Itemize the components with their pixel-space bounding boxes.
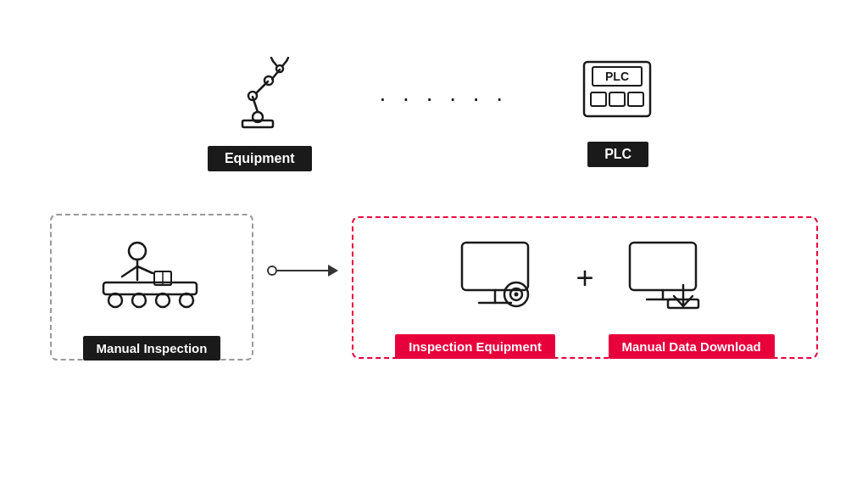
- arrow-line: [277, 270, 328, 271]
- manual-inspection-icon: [97, 236, 207, 321]
- svg-point-24: [132, 294, 146, 307]
- svg-rect-16: [609, 92, 625, 106]
- svg-point-34: [515, 292, 519, 296]
- svg-text:PLC: PLC: [605, 70, 629, 83]
- svg-rect-22: [103, 282, 197, 294]
- inspection-equipment-icon-block: [455, 238, 548, 319]
- svg-line-20: [122, 266, 137, 277]
- svg-point-25: [156, 294, 170, 307]
- manual-data-download-label: Manual Data Download: [609, 334, 775, 359]
- arrow-circle: [267, 266, 277, 276]
- manual-inspection-label: Manual Inspection: [83, 336, 221, 361]
- manual-data-download-icon: [621, 238, 715, 319]
- inspection-equipment-label: Inspection Equipment: [395, 334, 555, 359]
- arrow-connector: [267, 265, 338, 277]
- right-box-inner: +: [455, 238, 714, 319]
- dots-separator: · · · · · ·: [380, 85, 509, 112]
- plc-label: PLC: [587, 142, 648, 167]
- svg-point-23: [108, 294, 122, 307]
- bottom-row: Manual Inspection: [0, 214, 868, 361]
- right-box-labels: Inspection Equipment Manual Data Downloa…: [377, 334, 793, 359]
- inspection-equipment-icon: [455, 238, 548, 319]
- manual-inspection-box: Manual Inspection: [50, 214, 253, 361]
- plc-icon: PLC: [576, 55, 660, 131]
- svg-line-11: [287, 58, 288, 61]
- plc-block: PLC PLC: [576, 55, 660, 167]
- arrow-head: [328, 265, 338, 277]
- diagram: Equipment · · · · · · PLC PLC: [0, 0, 868, 492]
- plus-sign: +: [576, 260, 593, 296]
- svg-line-21: [137, 266, 153, 273]
- svg-rect-35: [630, 243, 696, 290]
- equipment-label: Equipment: [208, 146, 312, 171]
- right-dashed-box: +: [352, 216, 818, 359]
- svg-rect-15: [591, 92, 606, 106]
- svg-point-5: [264, 76, 273, 85]
- svg-rect-17: [628, 92, 643, 106]
- manual-data-download-icon-block: [621, 238, 715, 319]
- equipment-block: Equipment: [208, 51, 312, 171]
- svg-line-10: [271, 58, 273, 61]
- top-row: Equipment · · · · · · PLC PLC: [0, 0, 868, 171]
- svg-point-18: [129, 243, 146, 260]
- equipment-icon: [217, 51, 302, 136]
- svg-point-26: [180, 294, 193, 307]
